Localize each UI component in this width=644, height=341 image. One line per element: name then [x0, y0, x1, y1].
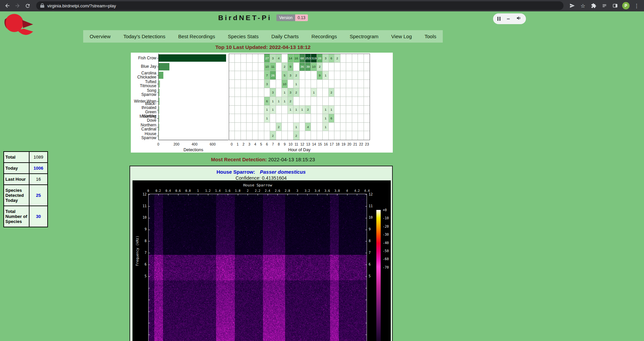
- hour-axis-tick: 23: [365, 142, 369, 146]
- hour-axis-tick: 11: [294, 142, 298, 146]
- bar-axis-tick: 400: [192, 142, 198, 146]
- spectrogram-x-tick: 0.6: [175, 189, 181, 192]
- audio-player[interactable]: [493, 13, 526, 24]
- hour-axis-tick: 22: [359, 142, 363, 146]
- volume-button[interactable]: [516, 16, 522, 22]
- heatmap-cell: [311, 131, 317, 140]
- heatmap-cell: [346, 80, 352, 89]
- species-label: Carolina Chickadee: [131, 71, 156, 80]
- hour-axis-tick: 4: [254, 142, 256, 146]
- heatmap-cell: [235, 114, 240, 123]
- heatmap-cell: [352, 123, 358, 131]
- most-recent-detection: Most Recent Detection: 2022-04-13 18:15:…: [0, 157, 526, 162]
- heatmap-cell: [300, 131, 305, 140]
- forward-icon[interactable]: [13, 1, 22, 10]
- heatmap-cell: 3: [323, 54, 328, 63]
- heatmap-cell: [276, 71, 282, 80]
- heatmap-cell: [346, 63, 352, 71]
- heatmap-cell: [340, 106, 346, 114]
- nav-item-view-log[interactable]: View Log: [385, 30, 418, 43]
- bar-axis-tick: 600: [210, 142, 216, 146]
- heatmap-cell: 28: [317, 54, 323, 63]
- url-bar[interactable]: virginia.birdnetpi.com/?stream=play: [36, 1, 564, 10]
- stats-label: Today: [4, 163, 29, 174]
- heatmap-cell: [317, 97, 323, 106]
- spectrogram-x-tick: 4: [346, 189, 348, 192]
- confidence-value: 0.41351604: [262, 175, 287, 181]
- detection-species-link[interactable]: House Sparrow:: [217, 169, 255, 175]
- heatmap-cell: [352, 131, 358, 140]
- nav-item-recordings[interactable]: Recordings: [305, 30, 343, 43]
- heatmap-cell: 1: [270, 106, 276, 114]
- heatmap-cell: [241, 88, 247, 97]
- heatmap-cell: [305, 114, 311, 123]
- heatmap-cell: [352, 71, 358, 80]
- side-panel-icon[interactable]: [610, 1, 620, 10]
- heatmap-cell: [293, 114, 299, 123]
- reading-list-icon[interactable]: [600, 1, 609, 10]
- stats-row: Species Detected Today25: [4, 185, 48, 206]
- heatmap-cell: 1: [323, 114, 328, 123]
- detection-latin-link[interactable]: Passer domesticus: [260, 169, 306, 175]
- stats-value: 16: [29, 174, 48, 185]
- heatmap-cell: 10: [311, 63, 317, 71]
- profile-avatar[interactable]: P: [622, 2, 630, 9]
- nav-item-tools[interactable]: Tools: [418, 30, 443, 43]
- colorbar-tick: +0: [383, 208, 387, 212]
- heatmap-cell: [258, 63, 264, 71]
- heatmap-cell: 1: [276, 97, 282, 106]
- nav-item-daily-charts[interactable]: Daily Charts: [265, 30, 305, 43]
- heatmap-cell: 26: [270, 71, 276, 80]
- browser-menu-icon[interactable]: ⋮: [632, 1, 641, 10]
- bar-axis-tick: 200: [173, 142, 179, 146]
- heatmap-cell: [329, 123, 334, 131]
- heatmap-cell: [364, 106, 370, 114]
- heatmap-cell: [311, 71, 317, 80]
- heatmap-cell: [229, 97, 235, 106]
- heatmap-cell: [253, 97, 258, 106]
- nav-item-spectrogram[interactable]: Spectrogram: [343, 30, 385, 43]
- spectrogram-y-tick: 7: [132, 251, 147, 254]
- heatmap-cell: 1: [264, 106, 270, 114]
- heatmap-cell: 1: [329, 106, 334, 114]
- spectrogram-x-tick: 1.4: [215, 189, 220, 192]
- hour-axis-tick: 1: [236, 142, 238, 146]
- extensions-icon[interactable]: [589, 1, 598, 10]
- heatmap-cell: [346, 88, 352, 97]
- lock-icon[interactable]: [40, 3, 44, 9]
- spectrogram-y-tick: 8: [369, 239, 371, 243]
- reload-icon[interactable]: [23, 1, 32, 10]
- spectrogram-x-tick: 2.8: [285, 189, 290, 192]
- heatmap-cell: [229, 88, 235, 97]
- nav-item-today-s-detections[interactable]: Today's Detections: [117, 30, 172, 43]
- heatmap-cell: [258, 123, 264, 131]
- heatmap-cell: [288, 123, 293, 131]
- heatmap-cell: [235, 88, 240, 97]
- share-icon[interactable]: [568, 1, 577, 10]
- nav-item-best-recordings[interactable]: Best Recordings: [172, 30, 221, 43]
- heatmap-cell: [229, 71, 235, 80]
- bookmark-star-icon[interactable]: ☆: [578, 1, 588, 10]
- stats-value[interactable]: 25: [29, 185, 48, 206]
- heatmap-cell: [229, 63, 235, 71]
- spectrogram-y-tick: 6: [369, 263, 371, 266]
- heatmap-cell: [340, 63, 346, 71]
- back-icon[interactable]: [3, 1, 12, 10]
- hour-axis-tick: 15: [318, 142, 322, 146]
- spectrogram-y-tick: 5: [369, 274, 371, 278]
- heatmap-cell: [364, 88, 370, 97]
- heatmap-cell: [229, 131, 235, 140]
- colorbar-tick: -10: [383, 216, 389, 220]
- stats-value[interactable]: 30: [29, 206, 48, 227]
- pause-button[interactable]: [497, 17, 500, 21]
- stats-value[interactable]: 1006: [29, 163, 48, 174]
- heatmap-cell: [311, 97, 317, 106]
- heatmap-cell: [235, 131, 240, 140]
- heatmap-cell: 1: [293, 80, 299, 89]
- heatmap-cell: [358, 114, 364, 123]
- nav-item-overview[interactable]: Overview: [83, 30, 117, 43]
- heatmap-cell: [358, 131, 364, 140]
- heatmap-cell: [317, 131, 323, 140]
- nav-item-species-stats[interactable]: Species Stats: [221, 30, 265, 43]
- heatmap-cell: 2: [293, 71, 299, 80]
